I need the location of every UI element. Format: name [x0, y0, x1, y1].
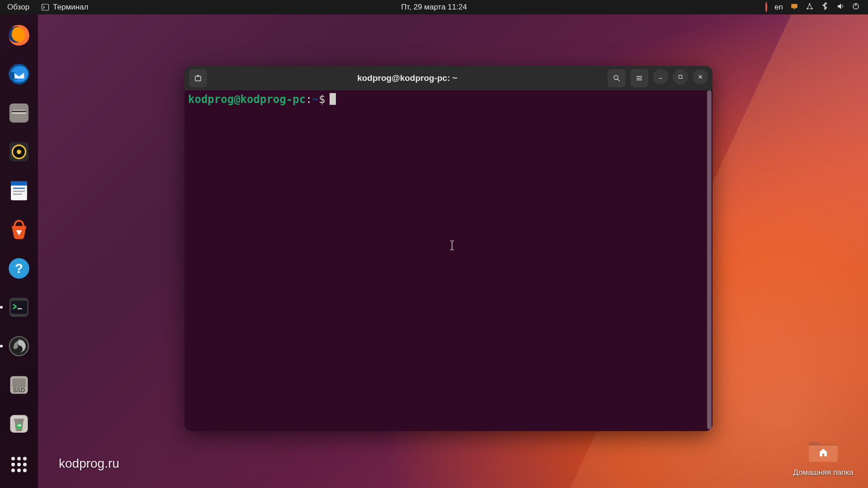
svg-point-38: [23, 463, 27, 466]
svg-point-45: [614, 75, 618, 80]
terminal-window: kodprog@kodprog-pc: ~ kodprog@kodprog-pc…: [184, 66, 712, 431]
screen-record-icon[interactable]: [765, 3, 767, 12]
top-bar: Обзор Терминал Пт, 29 марта 11:24 en: [0, 0, 868, 14]
svg-point-33: [11, 457, 15, 460]
window-title: kodprog@kodprog-pc: ~: [212, 73, 603, 83]
home-folder-icon: [807, 436, 840, 464]
svg-rect-28: [12, 378, 25, 388]
new-tab-button[interactable]: [189, 69, 207, 87]
svg-text:SSD: SSD: [13, 387, 25, 394]
svg-point-40: [17, 469, 21, 472]
prompt-line: kodprog@kodprog-pc:~$: [188, 93, 709, 106]
prompt-dollar: $: [319, 93, 325, 106]
dock-rhythmbox[interactable]: [6, 139, 32, 164]
dock-writer[interactable]: [6, 178, 32, 203]
text-cursor: [330, 93, 336, 105]
svg-rect-51: [679, 75, 682, 79]
terminal-scrollbar[interactable]: [707, 90, 712, 429]
network-icon[interactable]: [806, 2, 814, 13]
prompt-path: ~: [312, 93, 319, 106]
dock-show-apps[interactable]: [6, 452, 32, 477]
dock-help[interactable]: ?: [6, 256, 32, 281]
volume-icon[interactable]: [836, 2, 844, 13]
svg-rect-31: [14, 419, 24, 421]
search-button[interactable]: [608, 69, 626, 87]
dock-firefox[interactable]: [6, 23, 32, 48]
scrollbar-thumb[interactable]: [707, 90, 712, 429]
svg-rect-19: [13, 191, 25, 192]
svg-rect-20: [13, 194, 22, 195]
keyboard-layout-indicator[interactable]: en: [774, 3, 783, 12]
svg-rect-17: [11, 181, 27, 186]
maximize-button[interactable]: [673, 69, 688, 84]
screen-share-icon[interactable]: [790, 2, 798, 13]
dock-files[interactable]: [6, 100, 32, 126]
clock-text: Пт, 29 марта 11:24: [401, 3, 467, 12]
svg-text:?: ?: [15, 261, 23, 276]
terminal-body[interactable]: kodprog@kodprog-pc:~$: [184, 90, 712, 431]
power-icon[interactable]: [852, 2, 860, 13]
prompt-user-host: kodprog@kodprog-pc: [188, 93, 306, 106]
watermark-text: kodprog.ru: [59, 456, 119, 471]
activities-button[interactable]: Обзор: [7, 3, 29, 12]
clock[interactable]: Пт, 29 марта 11:24: [401, 3, 467, 12]
svg-rect-1: [791, 4, 797, 8]
svg-point-35: [23, 457, 27, 460]
dock-thunderbird[interactable]: [6, 61, 32, 87]
svg-point-15: [17, 150, 21, 154]
terminal-small-icon: [41, 3, 49, 11]
svg-rect-42: [195, 76, 201, 81]
svg-line-46: [618, 79, 620, 81]
active-app-name: Терминал: [53, 3, 88, 12]
svg-rect-24: [11, 300, 27, 314]
active-app-indicator[interactable]: Терминал: [41, 3, 88, 12]
close-button[interactable]: [693, 69, 708, 84]
svg-point-34: [17, 457, 21, 460]
desktop-home-label: Домашняя папка: [789, 468, 857, 477]
dock-software[interactable]: [6, 217, 32, 242]
svg-rect-0: [42, 4, 49, 10]
dock-disk-ssd[interactable]: SSD: [6, 372, 32, 398]
bluetooth-icon[interactable]: [821, 2, 829, 13]
menu-button[interactable]: [630, 69, 648, 87]
dock: ? SSD: [0, 14, 38, 488]
terminal-titlebar[interactable]: kodprog@kodprog-pc: ~: [184, 66, 712, 90]
svg-point-41: [23, 469, 27, 472]
minimize-button[interactable]: [653, 69, 668, 84]
ibeam-cursor-icon: [449, 240, 455, 250]
prompt-colon: :: [306, 93, 312, 106]
dock-obs[interactable]: [6, 333, 32, 359]
svg-point-26: [9, 337, 28, 356]
svg-point-37: [17, 463, 21, 466]
svg-rect-2: [793, 8, 796, 9]
svg-rect-18: [13, 188, 25, 189]
dock-trash[interactable]: [6, 411, 32, 436]
dock-terminal[interactable]: [6, 295, 32, 320]
svg-point-36: [11, 463, 15, 466]
svg-rect-12: [12, 111, 27, 112]
svg-point-39: [11, 469, 15, 472]
desktop-home-folder[interactable]: Домашняя папка: [789, 436, 857, 477]
